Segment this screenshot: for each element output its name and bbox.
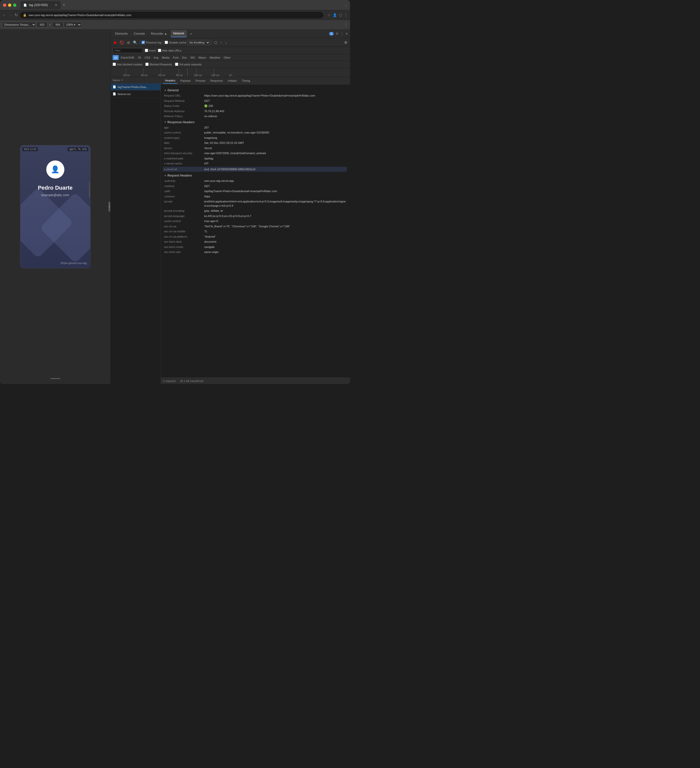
- type-all-button[interactable]: All: [113, 55, 119, 60]
- type-img-button[interactable]: Img: [152, 55, 160, 60]
- headers-tab-response[interactable]: Response: [208, 78, 225, 84]
- general-section-header[interactable]: ▼ General: [164, 88, 347, 92]
- reload-button[interactable]: ↻: [14, 13, 18, 18]
- blocked-requests-checkbox[interactable]: [145, 62, 149, 66]
- request-row[interactable]: 📄 tag?name=Pedro+Dua...: [110, 83, 161, 91]
- more-options-icon[interactable]: ⋮: [344, 22, 348, 27]
- card-footer: JHSeo-git/own-your-tag: [60, 262, 86, 264]
- response-caret: ▼: [164, 121, 166, 123]
- type-css-button[interactable]: CSS: [143, 55, 152, 60]
- preserve-log-label[interactable]: Preserve log: [142, 41, 161, 44]
- invert-checkbox[interactable]: [145, 49, 148, 52]
- requests-count: 2 requests: [163, 379, 176, 382]
- reqh-val-accept-lang: ko-KR,ko;q=0.9,en-US;q=0.8,en;q=0.7: [204, 214, 347, 218]
- filter-icon-button[interactable]: ⊘: [126, 40, 131, 45]
- title-bar: 📄 tag (320×500) ✕ + ⌵: [0, 0, 350, 10]
- close-devtools-icon[interactable]: ✕: [345, 32, 348, 35]
- has-blocked-cookies-label[interactable]: Has blocked cookies: [113, 62, 142, 66]
- reqh-key-fetch-mode: sec-fetch-mode:: [164, 245, 204, 249]
- reqh-accept-enc: accept-encoding: gzip, deflate, br: [164, 209, 347, 213]
- invert-label[interactable]: Invert: [145, 49, 156, 52]
- has-blocked-cookies-checkbox[interactable]: [113, 62, 116, 66]
- close-button[interactable]: [3, 3, 6, 7]
- headers-tab-timing[interactable]: Timing: [240, 78, 252, 84]
- rh-date: date: Sat, 03 Dec 2022 09:22:18 GMT: [164, 141, 347, 145]
- headers-tab-headers[interactable]: Headers: [163, 78, 177, 84]
- extensions-icon[interactable]: ⬡: [339, 13, 342, 17]
- blocked-requests-label[interactable]: Blocked Requests: [145, 62, 172, 66]
- record-button[interactable]: ⏺: [112, 40, 118, 45]
- search-button[interactable]: 🔍: [132, 40, 138, 45]
- timeline-marker-7: 14...: [229, 74, 233, 77]
- new-tab-button[interactable]: +: [62, 3, 66, 8]
- request-headers-section-header[interactable]: ▼ Request Headers: [164, 174, 347, 177]
- profile-icon[interactable]: 👤: [332, 13, 337, 17]
- type-media-button[interactable]: Media: [160, 55, 171, 60]
- tab-close-button[interactable]: ✕: [54, 3, 58, 7]
- avatar: 👤: [46, 160, 64, 179]
- minimize-button[interactable]: [8, 3, 11, 7]
- request-file-icon-1: 📄: [113, 85, 116, 88]
- header-val-status: 🟢 200: [204, 104, 347, 108]
- settings-icon[interactable]: ⚙: [336, 32, 339, 35]
- address-field[interactable]: 🔒 own-your-tag.vercel.app/api/tag?name=P…: [20, 12, 323, 18]
- tab-more[interactable]: »: [188, 30, 195, 37]
- tab-title: tag (320×500): [29, 3, 48, 7]
- transfer-size: 18.1 kB transferred: [180, 379, 203, 382]
- request-row[interactable]: 📄 favicon.ico: [110, 91, 161, 98]
- maximize-button[interactable]: [13, 3, 16, 7]
- device-selector[interactable]: Dimensions: Respo...: [2, 22, 36, 27]
- type-manifest-button[interactable]: Manifest: [208, 55, 222, 60]
- type-fetch-button[interactable]: Fetch/XHR: [119, 55, 136, 60]
- type-ws-button[interactable]: WS: [189, 55, 197, 60]
- disable-cache-checkbox[interactable]: [165, 41, 168, 44]
- tab-elements[interactable]: Elements: [113, 30, 130, 37]
- chrome-menu-icon[interactable]: ⋮: [344, 13, 347, 17]
- forward-button[interactable]: →: [8, 13, 13, 18]
- disable-cache-label[interactable]: Disable cache: [165, 41, 186, 44]
- third-party-checkbox[interactable]: [175, 62, 178, 66]
- more-icon[interactable]: ⋮: [340, 32, 344, 35]
- type-js-button[interactable]: JS: [136, 55, 142, 60]
- preserve-log-checkbox[interactable]: [142, 41, 145, 44]
- traffic-lights: [3, 3, 16, 7]
- close-column-button[interactable]: ✕: [121, 78, 123, 82]
- zoom-selector[interactable]: 100% ▾: [64, 22, 82, 27]
- height-input[interactable]: [52, 22, 63, 27]
- panel-resize-handle[interactable]: ‖: [109, 202, 110, 212]
- tab-console[interactable]: Console: [131, 30, 147, 37]
- clear-button[interactable]: 🚫: [119, 40, 125, 45]
- type-font-button[interactable]: Font: [171, 55, 180, 60]
- timeline-marker-4: 80 ms: [176, 74, 183, 77]
- width-input[interactable]: [37, 22, 48, 27]
- type-filter-bar: All Fetch/XHR JS CSS Img Media Font Doc …: [110, 54, 350, 61]
- header-row-remote: Remote Address: 76.76.21.98:443: [164, 109, 347, 114]
- headers-tab-initiator[interactable]: Initiator: [226, 78, 239, 84]
- reqh-val-accept-enc: gzip, deflate, br: [204, 209, 347, 213]
- tab-recorder[interactable]: Recorder ▲: [149, 30, 170, 37]
- device-bottom-bar: [50, 378, 60, 379]
- headers-tab-preview[interactable]: Preview: [193, 78, 207, 84]
- browser-tab[interactable]: 📄 tag (320×500) ✕: [20, 1, 61, 9]
- device-scrollbar[interactable]: [89, 182, 90, 197]
- type-wasm-button[interactable]: Wasm: [197, 55, 208, 60]
- timeline-cursor: [187, 68, 188, 77]
- network-settings-icon[interactable]: ⚙: [343, 40, 348, 45]
- headers-tab-payload[interactable]: Payload: [179, 78, 193, 84]
- response-headers-section-header[interactable]: ▼ Response Headers: [164, 120, 347, 124]
- back-button[interactable]: ←: [3, 13, 6, 18]
- header-key-status: Status Code:: [164, 104, 204, 108]
- reqh-fetch-site: sec-fetch-site: same-origin: [164, 250, 347, 254]
- rh-val-sts: max-age=63072000; includeSubDomains; pre…: [204, 151, 347, 155]
- type-doc-button[interactable]: Doc: [181, 55, 189, 60]
- reqh-accept: accept: text/html,application/xhtml+xml,…: [164, 199, 347, 208]
- bookmark-icon[interactable]: ☆: [328, 13, 331, 17]
- hide-urls-checkbox[interactable]: [158, 49, 161, 52]
- third-party-label[interactable]: 3rd-party requests: [175, 62, 201, 66]
- filter-input[interactable]: [113, 48, 143, 53]
- throttle-selector[interactable]: No throttling: [187, 40, 210, 45]
- tab-network[interactable]: Network: [171, 30, 187, 37]
- type-other-button[interactable]: Other: [222, 55, 232, 60]
- hide-urls-label[interactable]: Hide data URLs: [158, 49, 182, 52]
- rh-content-type: content-type: image/png: [164, 136, 347, 140]
